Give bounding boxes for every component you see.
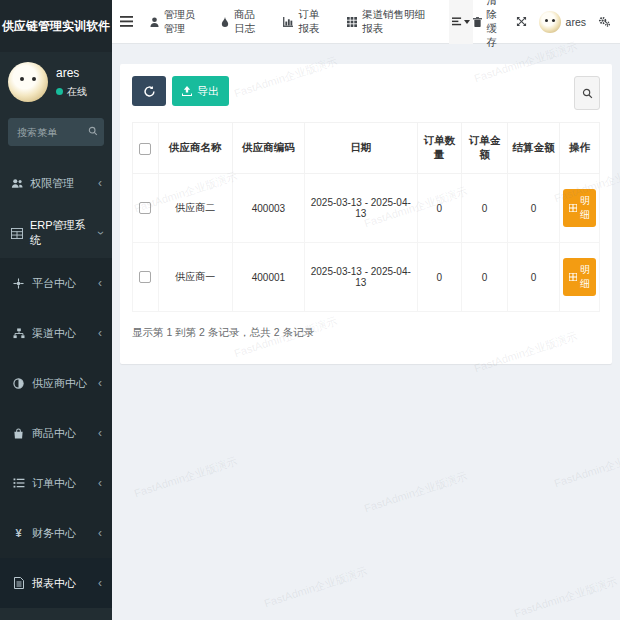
users-icon — [10, 178, 23, 189]
table-row: 供应商一 400001 2025-03-13 - 2025-04-13 0 0 … — [133, 243, 600, 312]
fullscreen-button[interactable] — [516, 16, 527, 27]
order-qty-cell: 0 — [417, 243, 461, 312]
supplier-report-table: 供应商名称 供应商编码 日期 订单数量 订单金额 结算金额 操作 供应商二 40… — [132, 122, 600, 312]
droplet-icon — [221, 17, 229, 27]
sidebar-item-supplier-center[interactable]: 供应商中心 ‹ — [0, 358, 112, 408]
tab-label: 商品日志 — [234, 8, 265, 36]
yen-icon: ¥ — [12, 527, 25, 539]
chevron-left-icon: ‹ — [98, 576, 102, 590]
user-avatar[interactable] — [8, 62, 48, 102]
top-navbar: 管理员管理 商品日志 订单报表 渠道销售明细报表 — [112, 0, 620, 44]
online-status-label: 在线 — [67, 85, 87, 99]
sidebar-item-label: ERP管理系统 — [30, 218, 91, 248]
settings-gears-button[interactable] — [598, 16, 610, 27]
clear-cache-button[interactable]: 清除缓存 — [473, 0, 503, 50]
supplier-code-cell: 400001 — [232, 243, 304, 312]
shopping-bag-icon — [12, 428, 25, 439]
app-title: 供应链管理实训软件 — [2, 18, 110, 35]
settle-amount-cell: 0 — [508, 174, 560, 243]
tab-label: 渠道销售明细报表 — [362, 8, 426, 36]
pagination-summary: 显示第 1 到第 2 条记录，总共 2 条记录 — [132, 326, 600, 340]
upload-icon — [182, 86, 192, 96]
sidebar-item-erp-system[interactable]: ERP管理系统 ‹ — [0, 208, 112, 258]
half-circle-icon — [12, 378, 25, 389]
export-button[interactable]: 导出 — [172, 76, 229, 106]
navbar-username: ares — [566, 16, 586, 28]
sidebar-item-channel-center[interactable]: 渠道中心 ‹ — [0, 308, 112, 358]
view-detail-button[interactable]: 明细 — [563, 258, 596, 296]
row-checkbox[interactable] — [139, 202, 151, 214]
trash-icon — [473, 17, 482, 27]
sidebar-item-label: 财务中心 — [32, 526, 76, 541]
tab-channel-sales-report[interactable]: 渠道销售明细报表 — [338, 0, 435, 43]
user-avatar — [539, 11, 561, 33]
column-header: 订单金额 — [462, 123, 508, 174]
row-checkbox[interactable] — [139, 271, 151, 283]
chevron-left-icon: ‹ — [98, 176, 102, 190]
column-header: 供应商编码 — [232, 123, 304, 174]
column-header: 日期 — [304, 123, 417, 174]
chevron-left-icon: ‹ — [98, 526, 102, 540]
tab-order-report[interactable]: 订单报表 — [274, 0, 338, 43]
search-icon — [88, 126, 98, 136]
column-header: 订单数量 — [417, 123, 461, 174]
tab-list-dropdown-button[interactable] — [449, 0, 473, 44]
table-row: 供应商二 400003 2025-03-13 - 2025-04-13 0 0 … — [133, 174, 600, 243]
view-detail-label: 明细 — [580, 263, 590, 291]
date-range-cell: 2025-03-13 - 2025-04-13 — [304, 174, 417, 243]
detail-grid-icon — [569, 204, 577, 212]
sidebar-item-label: 渠道中心 — [32, 326, 76, 341]
tab-admin-management[interactable]: 管理员管理 — [141, 0, 212, 43]
clear-cache-label: 清除缓存 — [486, 0, 503, 50]
tab-label: 订单报表 — [298, 8, 329, 36]
sidebar-toggle-button[interactable] — [112, 0, 141, 44]
chevron-left-icon: ‹ — [98, 326, 102, 340]
main-content: 导出 供应商名称 供应商编码 日期 订单数量 订单金额 结算金额 — [112, 44, 620, 620]
sidebar-item-label: 报表中心 — [32, 576, 76, 591]
view-detail-button[interactable]: 明细 — [563, 189, 596, 227]
app-logo[interactable]: 供应链管理实训软件 — [0, 0, 112, 52]
table-toolbar: 导出 — [132, 76, 600, 110]
order-amount-cell: 0 — [462, 243, 508, 312]
refresh-button[interactable] — [132, 76, 166, 106]
tab-bar: 管理员管理 商品日志 订单报表 渠道销售明细报表 — [141, 0, 474, 43]
grid-icon — [347, 17, 357, 27]
supplier-name-cell: 供应商一 — [158, 243, 232, 312]
tab-goods-log[interactable]: 商品日志 — [212, 0, 274, 43]
table-icon — [10, 228, 23, 239]
order-qty-cell: 0 — [417, 174, 461, 243]
export-label: 导出 — [197, 84, 219, 99]
sidebar: ares 在线 权限管理 ‹ ERP管理系统 ‹ — [0, 0, 112, 620]
order-amount-cell: 0 — [462, 174, 508, 243]
chevron-left-icon: ‹ — [98, 476, 102, 490]
tab-label: 管理员管理 — [164, 8, 203, 36]
file-text-icon — [12, 577, 25, 589]
sidebar-item-finance-center[interactable]: ¥ 财务中心 ‹ — [0, 508, 112, 558]
table-header-row: 供应商名称 供应商编码 日期 订单数量 订单金额 结算金额 操作 — [133, 123, 600, 174]
chevron-left-icon: ‹ — [98, 426, 102, 440]
sidebar-item-permissions[interactable]: 权限管理 ‹ — [0, 158, 112, 208]
chevron-down-icon: ‹ — [93, 231, 107, 235]
date-range-cell: 2025-03-13 - 2025-04-13 — [304, 243, 417, 312]
sidebar-item-goods-center[interactable]: 商品中心 ‹ — [0, 408, 112, 458]
settle-amount-cell: 0 — [508, 243, 560, 312]
sidebar-item-label: 商品中心 — [32, 426, 76, 441]
column-header: 操作 — [560, 123, 600, 174]
detail-grid-icon — [569, 273, 577, 281]
sidebar-item-report-center[interactable]: 报表中心 ‹ — [0, 558, 112, 608]
chevron-left-icon: ‹ — [98, 376, 102, 390]
bar-chart-icon — [283, 17, 293, 27]
select-all-checkbox[interactable] — [139, 143, 151, 155]
user-menu[interactable]: ares — [539, 11, 586, 33]
supplier-code-cell: 400003 — [232, 174, 304, 243]
hub-icon — [12, 278, 25, 289]
sidebar-item-label: 供应商中心 — [32, 376, 87, 391]
sidebar-user-panel: ares 在线 — [0, 52, 112, 112]
user-icon — [150, 17, 159, 27]
view-detail-label: 明细 — [580, 194, 590, 222]
sidebar-item-platform-center[interactable]: 平台中心 ‹ — [0, 258, 112, 308]
sitemap-icon — [12, 328, 25, 339]
table-search-button[interactable] — [574, 76, 600, 110]
column-header: 供应商名称 — [158, 123, 232, 174]
sidebar-item-order-center[interactable]: 订单中心 ‹ — [0, 458, 112, 508]
